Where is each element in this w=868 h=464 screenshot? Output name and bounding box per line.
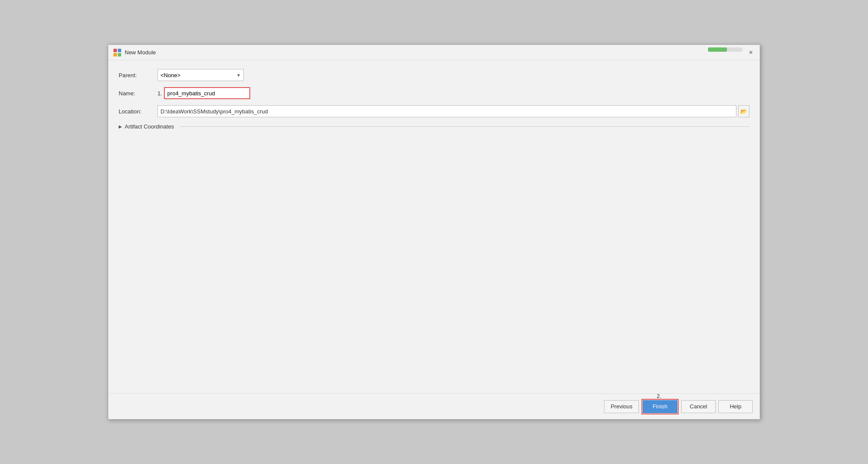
app-icon <box>113 49 121 56</box>
svg-rect-3 <box>118 53 121 56</box>
parent-dropdown-value: <None> <box>160 72 180 78</box>
finish-button[interactable]: Finish <box>643 400 677 413</box>
chevron-down-icon: ▼ <box>236 73 241 78</box>
finish-button-wrapper: Finish <box>642 399 679 414</box>
artifact-divider <box>180 126 749 127</box>
title-bar: New Module × <box>108 45 760 60</box>
parent-control-wrapper: <None> ▼ <box>157 69 749 81</box>
help-button[interactable]: Help <box>718 400 753 413</box>
svg-rect-0 <box>113 49 117 52</box>
expand-arrow-icon: ▶ <box>119 124 122 129</box>
location-input[interactable] <box>157 105 736 117</box>
folder-icon: 📂 <box>740 108 747 115</box>
previous-button[interactable]: Previous <box>604 400 639 413</box>
parent-label: Parent: <box>119 72 157 78</box>
dialog-title: New Module <box>125 49 747 56</box>
name-step-label: 1. <box>157 90 162 97</box>
dialog-content: Parent: <None> ▼ Name: 1. Location: 📂 ▶ <box>108 60 760 393</box>
location-row: Location: 📂 <box>119 105 749 117</box>
artifact-section[interactable]: ▶ Artifact Coordinates <box>119 123 749 130</box>
close-button[interactable]: × <box>747 49 755 56</box>
dialog-footer: 2. Previous Finish Cancel Help <box>108 393 760 419</box>
parent-dropdown[interactable]: <None> ▼ <box>157 69 244 81</box>
new-module-dialog: New Module × Parent: <None> ▼ Name: 1. <box>108 44 760 420</box>
browse-button[interactable]: 📂 <box>738 105 749 117</box>
parent-row: Parent: <None> ▼ <box>119 69 749 81</box>
location-label: Location: <box>119 108 157 115</box>
step-2-label: 2. <box>657 393 661 399</box>
name-row: Name: 1. <box>119 87 749 99</box>
progress-bar <box>708 47 742 52</box>
cancel-button[interactable]: Cancel <box>681 400 716 413</box>
artifact-label: Artifact Coordinates <box>125 123 174 130</box>
name-label: Name: <box>119 90 157 97</box>
progress-bar-fill <box>708 47 727 52</box>
svg-rect-1 <box>118 49 121 52</box>
svg-rect-2 <box>113 53 117 56</box>
name-input[interactable] <box>164 87 250 99</box>
